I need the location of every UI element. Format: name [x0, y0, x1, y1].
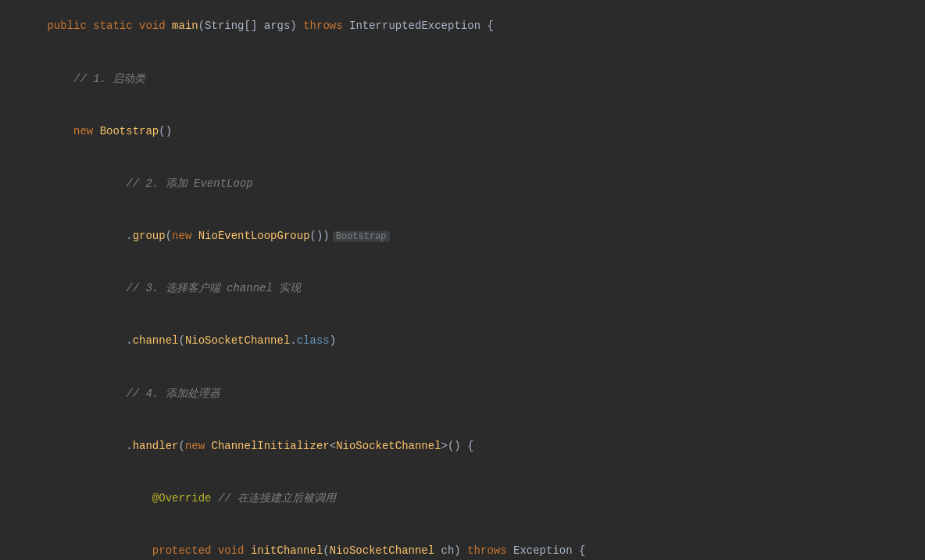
comment-cn: // 在连接建立后被调用: [218, 492, 336, 505]
code-line: .group(new NioEventLoopGroup())Bootstrap: [0, 210, 925, 262]
keyword-static: static: [93, 20, 132, 32]
keyword-new3: new: [185, 440, 205, 452]
type-hint-bootstrap: Bootstrap: [333, 231, 390, 242]
comment: // 2. 添加 EventLoop: [126, 177, 252, 190]
class-niosocketchannel2: NioSocketChannel: [336, 440, 441, 452]
method-channel: channel: [133, 334, 179, 347]
keyword-protected: protected: [152, 544, 212, 557]
code-line: @Override // 在连接建立后被调用: [0, 473, 925, 525]
method-handler: handler: [133, 440, 179, 452]
keyword-throws2: throws: [467, 544, 506, 557]
code-line: // 1. 启动类: [0, 52, 925, 105]
method-group: group: [133, 230, 166, 242]
code-line: // 4. 添加处理器: [0, 367, 925, 419]
code-editor: public static void main(String[] args) t…: [0, 0, 925, 560]
code-line: .channel(NioSocketChannel.class): [0, 315, 925, 367]
comment: // 3. 选择客户端 channel 实现: [126, 282, 301, 294]
keyword-new2: new: [172, 230, 191, 242]
class-niosocketchannel: NioSocketChannel: [185, 334, 290, 347]
class-channelinitializer: ChannelInitializer: [212, 440, 330, 452]
code-line: // 2. 添加 EventLoop: [0, 158, 925, 210]
keyword-class: class: [297, 334, 330, 347]
annotation-override: @Override: [152, 492, 212, 505]
code-line: public static void main(String[] args) t…: [0, 0, 925, 52]
code-line: .handler(new ChannelInitializer<NioSocke…: [0, 419, 925, 472]
keyword-void2: void: [218, 544, 245, 557]
keyword-void: void: [139, 20, 166, 32]
keyword-public: public: [47, 20, 86, 32]
code-line: new Bootstrap(): [0, 105, 925, 157]
class-bootstrap: Bootstrap: [100, 125, 159, 137]
class-niosocketchannel3: NioSocketChannel: [330, 544, 434, 557]
comment: // 1. 启动类: [73, 73, 145, 85]
keyword-new: new: [73, 125, 93, 137]
code-line: // 3. 选择客户端 channel 实现: [0, 262, 925, 315]
class-nioeventloopgroup: NioEventLoopGroup: [198, 230, 310, 242]
method-initchannel: initChannel: [251, 544, 323, 557]
keyword-throws: throws: [303, 20, 342, 32]
code-line: protected void initChannel(NioSocketChan…: [0, 525, 925, 560]
comment: // 4. 添加处理器: [126, 387, 220, 400]
method-main: main: [172, 20, 198, 32]
